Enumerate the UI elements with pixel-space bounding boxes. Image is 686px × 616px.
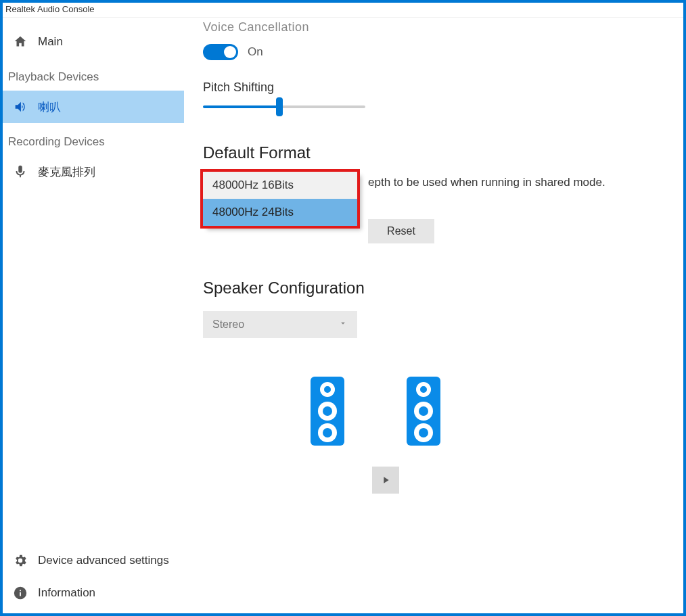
speaker-right-icon <box>406 376 441 446</box>
slider-thumb[interactable] <box>276 97 283 116</box>
sidebar-item-label: 麥克風排列 <box>38 164 95 180</box>
chevron-down-icon <box>338 318 348 331</box>
speaker-icon <box>12 99 28 114</box>
speaker-config-select[interactable]: Stereo <box>203 311 357 338</box>
speakers-diagram <box>310 376 667 446</box>
sidebar-item-main[interactable]: Main <box>3 26 184 58</box>
svg-point-6 <box>323 428 332 437</box>
dropdown-option-16bit[interactable]: 48000Hz 16Bits <box>203 172 357 199</box>
info-icon <box>12 586 28 600</box>
svg-point-11 <box>419 406 428 416</box>
pitch-shifting-slider[interactable] <box>203 105 365 108</box>
content-body: Main Playback Devices 喇叭 Recording Devic… <box>3 18 683 613</box>
speaker-config-heading: Speaker Configuration <box>203 279 667 298</box>
sidebar-item-label: Main <box>38 35 63 49</box>
window-title: Realtek Audio Console <box>3 3 683 18</box>
speaker-config-value: Stereo <box>212 318 244 331</box>
microphone-icon <box>12 164 28 179</box>
svg-point-13 <box>419 428 428 437</box>
sidebar: Main Playback Devices 喇叭 Recording Devic… <box>3 18 184 613</box>
reset-button[interactable]: Reset <box>368 219 434 243</box>
svg-point-4 <box>323 406 332 416</box>
sidebar-item-information[interactable]: Information <box>3 577 184 609</box>
default-format-heading: Default Format <box>203 143 667 162</box>
home-icon <box>12 34 28 49</box>
sidebar-item-advanced[interactable]: Device advanced settings <box>3 544 184 577</box>
svg-point-9 <box>420 386 427 393</box>
speaker-left-icon <box>310 376 345 446</box>
voice-cancellation-state: On <box>248 45 263 59</box>
voice-cancellation-toggle[interactable] <box>203 44 238 60</box>
sidebar-item-label: Information <box>38 586 95 600</box>
pitch-shifting-label: Pitch Shifting <box>203 80 667 95</box>
main-panel: Voice Cancellation On Pitch Shifting Def… <box>184 18 683 613</box>
sidebar-item-label: 喇叭 <box>38 99 61 115</box>
app-window: Realtek Audio Console Main Playback Devi… <box>0 0 686 616</box>
svg-point-2 <box>324 386 331 393</box>
voice-cancellation-label: Voice Cancellation <box>203 20 667 34</box>
sidebar-section-recording: Recording Devices <box>3 123 184 156</box>
sidebar-section-playback: Playback Devices <box>3 58 184 91</box>
default-format-description: epth to be used when running in shared m… <box>368 176 667 189</box>
sidebar-item-label: Device advanced settings <box>38 554 169 567</box>
dropdown-option-24bit[interactable]: 48000Hz 24Bits <box>203 199 357 226</box>
default-format-dropdown[interactable]: 48000Hz 16Bits 48000Hz 24Bits <box>203 172 357 226</box>
gear-icon <box>12 553 28 568</box>
sidebar-item-speakers[interactable]: 喇叭 <box>3 91 184 123</box>
sidebar-item-mic[interactable]: 麥克風排列 <box>3 156 184 188</box>
play-test-button[interactable] <box>372 467 399 494</box>
